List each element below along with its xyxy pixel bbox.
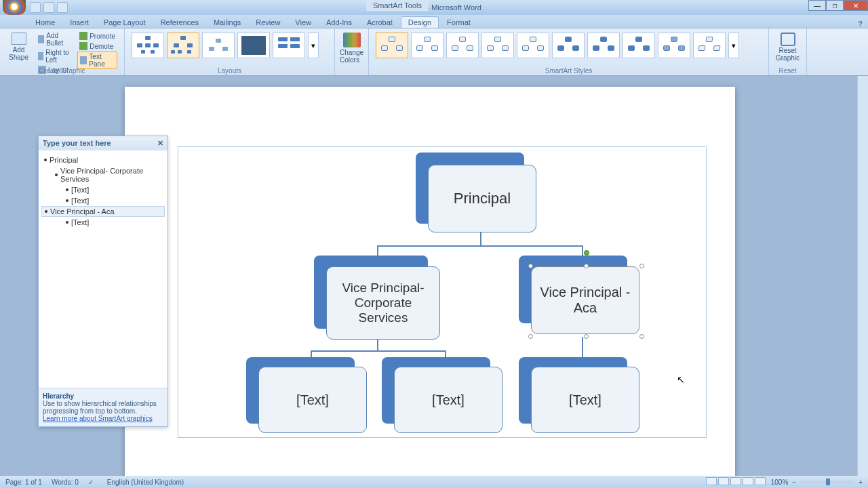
style-thumb-1[interactable]: [376, 33, 408, 58]
styles-more-button[interactable]: ▾: [728, 33, 739, 58]
right-to-left-button[interactable]: Right to Left: [36, 48, 72, 64]
reset-graphic-button[interactable]: Reset Graphic: [773, 30, 802, 64]
bullet-icon: [38, 35, 44, 43]
tab-view[interactable]: View: [288, 17, 318, 28]
status-bar: Page: 1 of 1 Words: 0 ✓ English (United …: [0, 476, 868, 488]
promote-button[interactable]: Promote: [77, 31, 117, 41]
org-node-vp-aca[interactable]: Vice Principal - Aca: [519, 256, 648, 340]
resize-handle-se[interactable]: [639, 334, 644, 339]
list-item[interactable]: Principal: [44, 155, 162, 165]
resize-handle-n[interactable]: [584, 264, 589, 268]
org-node-text-2[interactable]: [Text]: [382, 357, 504, 435]
resize-handle-nw[interactable]: [528, 264, 533, 268]
zoom-in-button[interactable]: +: [859, 479, 863, 486]
status-language[interactable]: English (United Kingdom): [107, 479, 184, 486]
ribbon: Add Shape Add Bullet Right to Left Layou…: [0, 28, 868, 76]
style-thumb-8[interactable]: [623, 33, 655, 58]
tab-acrobat[interactable]: Acrobat: [360, 17, 399, 28]
quick-access-toolbar: [30, 2, 68, 13]
style-thumb-7[interactable]: [587, 33, 620, 58]
resize-handle-sw[interactable]: [528, 334, 533, 339]
rtl-icon: [38, 52, 43, 60]
style-thumb-5[interactable]: [517, 33, 549, 58]
status-words[interactable]: Words: 0: [52, 479, 79, 486]
style-thumb-6[interactable]: [552, 33, 585, 58]
smartart-canvas[interactable]: Principal Vice Principal- Corporate Serv…: [178, 146, 707, 438]
layout-thumb-3[interactable]: [202, 33, 235, 58]
style-thumb-3[interactable]: [446, 33, 479, 58]
zoom-level[interactable]: 100%: [771, 479, 789, 486]
contextual-tab-label: SmartArt Tools: [366, 0, 429, 11]
style-thumb-4[interactable]: [481, 33, 514, 58]
vertical-scrollbar[interactable]: [857, 76, 868, 476]
demote-button[interactable]: Demote: [77, 41, 117, 51]
group-label-reset: Reset: [769, 67, 806, 75]
org-node-vp-corporate[interactable]: Vice Principal- Corporate Services: [314, 256, 443, 340]
tab-design[interactable]: Design: [401, 16, 439, 28]
proofing-icon[interactable]: ✓: [88, 479, 94, 486]
list-item[interactable]: [Text]: [44, 195, 162, 206]
tab-home[interactable]: Home: [28, 17, 62, 28]
layouts-more-button[interactable]: ▾: [308, 33, 319, 58]
text-pane-title: Type your text here: [43, 139, 111, 148]
tab-references[interactable]: References: [154, 17, 205, 28]
tab-mailings[interactable]: Mailings: [207, 17, 248, 28]
tab-format[interactable]: Format: [440, 17, 477, 28]
tab-page-layout[interactable]: Page Layout: [97, 17, 153, 28]
learn-more-link[interactable]: Learn more about SmartArt graphics: [43, 415, 153, 422]
save-icon[interactable]: [30, 2, 41, 13]
reset-icon: [781, 33, 795, 46]
tab-insert[interactable]: Insert: [63, 17, 96, 28]
smartart-text-pane: Type your text here ✕ Principal Vice Pri…: [38, 136, 168, 427]
text-pane-footer: Hierarchy Use to show hierarchical relat…: [39, 388, 167, 426]
status-page[interactable]: Page: 1 of 1: [5, 479, 42, 486]
tab-review[interactable]: Review: [249, 17, 287, 28]
group-label-styles: SmartArt Styles: [369, 67, 768, 75]
org-node-principal[interactable]: Principal: [416, 152, 538, 234]
view-buttons[interactable]: [706, 477, 767, 487]
layout-thumb-2[interactable]: [167, 33, 199, 58]
title-bar: Document5 - Microsoft Word SmartArt Tool…: [0, 0, 868, 15]
style-thumb-2[interactable]: [411, 33, 443, 58]
change-colors-button[interactable]: Change Colors: [339, 30, 364, 66]
layout-thumb-5[interactable]: [273, 33, 305, 58]
promote-icon: [79, 32, 87, 40]
colors-icon: [343, 33, 361, 47]
ribbon-tabs: Home Insert Page Layout References Maili…: [0, 15, 868, 28]
document-workspace: Principal Vice Principal- Corporate Serv…: [0, 76, 868, 476]
style-thumb-10[interactable]: [693, 33, 726, 58]
resize-handle-ne[interactable]: [639, 264, 644, 268]
org-node-text-1[interactable]: [Text]: [246, 357, 368, 435]
rotate-handle[interactable]: [584, 250, 589, 256]
list-item[interactable]: Vice Principal- Corporate Services: [44, 165, 162, 184]
list-item[interactable]: Vice Principal - Aca: [41, 206, 165, 217]
tab-addins[interactable]: Add-Ins: [319, 17, 359, 28]
demote-icon: [79, 42, 87, 50]
close-button[interactable]: ✕: [844, 0, 868, 11]
group-label-layouts: Layouts: [125, 67, 334, 75]
list-item[interactable]: [Text]: [44, 184, 162, 195]
layout-thumb-4[interactable]: [237, 33, 270, 58]
text-pane-close-icon[interactable]: ✕: [157, 139, 163, 148]
office-button[interactable]: [3, 0, 26, 15]
resize-handle-s[interactable]: [584, 334, 589, 339]
layout-thumb-1[interactable]: [132, 33, 164, 58]
list-item[interactable]: [Text]: [44, 217, 162, 228]
redo-icon[interactable]: [57, 2, 68, 13]
help-icon[interactable]: ?: [858, 20, 863, 28]
add-shape-icon: [12, 33, 26, 45]
add-shape-button[interactable]: Add Shape: [4, 30, 33, 66]
undo-icon[interactable]: [43, 2, 54, 13]
style-thumb-9[interactable]: [658, 33, 690, 58]
text-pane-icon: [80, 56, 87, 64]
org-node-text-3[interactable]: [Text]: [519, 357, 641, 435]
minimize-button[interactable]: —: [808, 0, 826, 11]
maximize-button[interactable]: □: [826, 0, 844, 11]
text-pane-list[interactable]: Principal Vice Principal- Corporate Serv…: [39, 150, 167, 232]
zoom-out-button[interactable]: −: [792, 479, 796, 486]
add-bullet-button[interactable]: Add Bullet: [36, 31, 72, 47]
group-label-create-graphic: Create Graphic: [0, 67, 124, 75]
zoom-slider[interactable]: [800, 481, 854, 483]
document-page[interactable]: Principal Vice Principal- Corporate Serv…: [125, 87, 735, 476]
